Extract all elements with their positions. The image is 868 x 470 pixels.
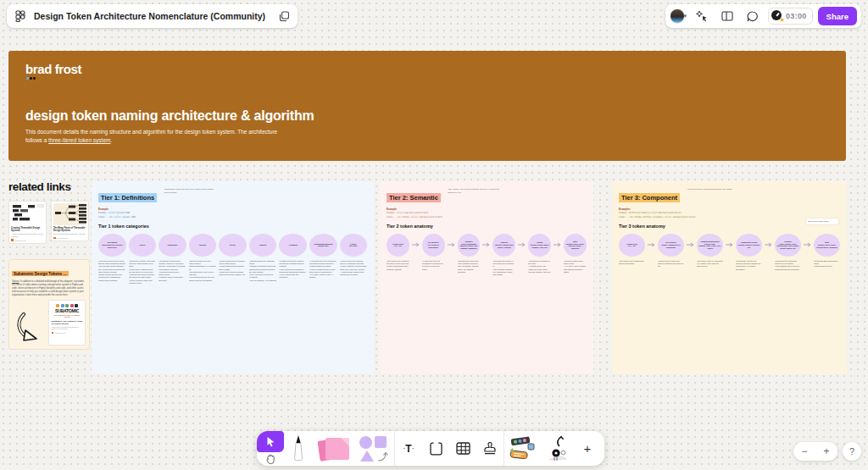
note-column: • Universal tokens define values that ar… [98,260,126,282]
anatomy-ellipse[interactable]: Global Prefix (e.g. --dc) [387,234,409,257]
category-ellipse[interactable]: Core/Brand (used indirectly via other to… [98,234,126,257]
tokens-link[interactable]: Tokens [12,280,19,283]
subatomic-card-desc: Learn how to create and manage a design … [52,326,83,330]
category-ellipse[interactable]: Shadow [249,234,277,257]
category-ellipse[interactable]: Viewports/Breakpoints (design only) [309,234,337,257]
tier3-note-box[interactable]: Same as tier 2 token values [806,218,838,224]
subatomic-sticky-card[interactable]: Subatomic Design Tokens … Tokens: In add… [8,259,90,350]
subatomic-link-card[interactable]: SUBATOMIC THE COMPLETE GUIDE TO DESIGN T… [48,300,86,346]
subatomic-card-title: Subatomic: The Complete Guide To Design … [52,320,83,325]
subatomic-body: Tokens: In addition to a detailed walkth… [12,280,86,297]
share-button[interactable]: Share [818,7,857,25]
anatomy-ellipse[interactable]: Tier identifier (theme, component, or co… [658,234,684,257]
anatomy-ellipse[interactable]: Property (surface: background, border, c… [492,234,515,257]
three-tiered-link[interactable]: three-tiered token system [48,137,110,143]
marker-tool-button[interactable] [284,434,313,464]
timer-widget[interactable]: ★ 03:00 [768,8,813,25]
category-ellipse[interactable]: Animation [279,234,307,257]
code-example: Code: --dc-color-green-100 [98,215,367,218]
banner-title: design token naming architecture & algor… [25,108,314,124]
anatomy-ellipse[interactable]: Tier identifier (e.g. theme or value/mod… [422,234,445,257]
stamp-tool-button[interactable] [476,434,504,464]
plus-icon: + [584,441,592,456]
duplicate-file-button[interactable] [274,6,294,26]
tier1-category-row: Core/Brand (used indirectly via other to… [98,234,367,257]
file-title[interactable]: Design Token Architecture Nomenclature (… [32,11,272,21]
text-tool-button[interactable]: ·T· [395,434,422,464]
tier1-heading: Tier 1 token categories [98,224,367,229]
arrow-icon [518,242,526,247]
arrow-icon [726,242,733,247]
tier2-panel[interactable]: Tier 2: Semantic (use, theme, etc) token… [380,181,593,373]
shapes-tool-button[interactable] [355,434,394,464]
related-links-section: related links Creating Themeable Design … [8,180,91,244]
hand-tool-button[interactable] [259,452,282,466]
link-card-thumbnail [53,203,86,225]
subatomic-body-text: : In addition to a detailed walkthrough … [12,280,84,296]
table-tool-button[interactable] [449,434,476,464]
brad-frost-logo: brad frost [25,62,81,76]
arrow-icon [448,242,455,247]
anatomy-ellipse[interactable]: State (default, hover, focus, pressed/ac… [814,234,840,257]
session-toolbar: ▾ ★ 03:00 Share [665,4,861,28]
stickers-tool-button[interactable] [504,434,540,464]
zoom-out-button[interactable]: − [795,445,814,457]
add-tool-button[interactable]: + [574,434,601,464]
note-column: • The global prefix identifies the sourc… [387,260,409,271]
tier3-panel[interactable]: Tier 3: Component (overrides) serve comp… [612,181,847,373]
section-icon [429,442,443,456]
ai-actions-button[interactable] [692,6,712,26]
favicon [11,239,14,241]
link-card-themeable[interactable]: Creating Themeable Design Systems A look… [8,201,47,244]
tier3-example: Examples: Figma: button/primary/color/ba… [619,207,840,218]
note-column: • duration defines the length of time th… [279,260,307,279]
tier1-title: Tier 1: Definitions [98,193,157,202]
more-tools-button[interactable] [540,434,574,464]
templates-button[interactable] [717,6,737,26]
category-ellipse[interactable]: z-index (dev only) [340,234,368,257]
subatomic-thumb-icons [52,304,83,307]
comments-button[interactable] [743,6,763,26]
help-button[interactable]: ? [843,442,861,461]
logo-dots [26,77,36,80]
header-banner[interactable]: brad frost design token naming architect… [8,51,846,161]
category-ellipse[interactable]: Colors [129,234,157,257]
note-column: • Similar to tier 2, this value helps to… [658,260,684,268]
anatomy-ellipse[interactable]: State (default, hover, focus, pressed, a… [564,234,587,257]
connector-arrow-icon [376,450,389,462]
note-column: • Describes the token type • The availab… [458,260,481,274]
note-column: • It labels the token as belonging to a … [422,260,445,271]
note-column: • The name of the UI component (e.g. but… [697,260,723,268]
tier1-note: (definitions) define the raw core values… [164,188,219,194]
anatomy-ellipse[interactable]: Global Prefix (e.g. --dc) [619,234,645,257]
select-tool-button[interactable] [257,431,284,452]
link-card-title: The Many Faces of Themeable Design Syste… [53,227,86,233]
anatomy-ellipse[interactable]: Category (color, typography, spacing, bo… [458,234,481,257]
anatomy-ellipse[interactable]: Component Variant (default, primary, inv… [736,234,762,257]
anatomy-ellipse[interactable]: Variant (default, brand, subtle, primary… [528,234,551,257]
note-column: • Defines the primitive color ramp value… [129,260,157,285]
file-toolbar: ▾ Design Token Architecture Nomenclature… [7,4,298,28]
link-card-many-faces[interactable]: The Many Faces of Themeable Design Syste… [51,201,89,241]
sparkle-cursor-icon [696,10,708,22]
arrow-icon [554,242,561,247]
anatomy-ellipse[interactable]: Property (color-content, color-backgroun… [775,234,801,257]
note-column: • spacing defines core pixel values used… [189,260,217,282]
cursor-icon [266,436,275,447]
note-column: • Describes state-based token values • e… [564,260,587,274]
note-column: • The global prefix identifies the sourc… [619,260,645,265]
current-user-menu[interactable]: ▾ [670,8,687,24]
category-ellipse[interactable]: Typography [159,234,186,257]
anatomy-ellipse[interactable]: Component/Integrated Special Case (Butto… [697,234,723,257]
link-card-desc: Exploring theming architecture options [53,233,86,235]
main-menu-button[interactable]: ▾ [10,6,31,26]
category-ellipse[interactable]: Border [219,234,247,257]
zoom-in-button[interactable]: + [817,445,836,457]
tier1-panel[interactable]: Tier 1: Definitions (definitions) define… [92,181,374,373]
sticky-note-tool-button[interactable] [313,434,355,464]
section-tool-button[interactable] [422,434,449,464]
category-ellipse[interactable]: Spacing [189,234,217,257]
link-card-thumbnail [11,203,44,225]
figjam-canvas[interactable]: brad frost design token naming architect… [0,0,868,470]
tier1-example: Example: Figma: color/green/100 Code: --… [98,207,367,218]
